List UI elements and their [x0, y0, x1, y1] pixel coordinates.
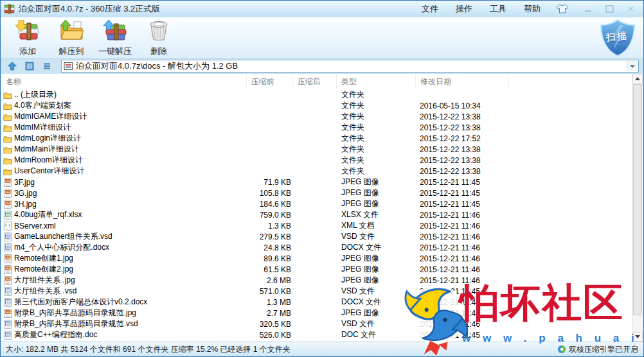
- file-name: 4.0bug清单_rqf.xlsx: [14, 209, 82, 220]
- file-type: JPEG 图像: [337, 264, 416, 275]
- scan-button[interactable]: 扫描: [597, 18, 638, 58]
- delete-button[interactable]: 删除: [137, 19, 181, 57]
- file-row[interactable]: 附录B_内部共享品源码目录规范.vsd320.5 KBVSD 文件2015-12…: [1, 318, 632, 329]
- file-name: 大厅组件关系 .vsd: [14, 286, 76, 297]
- file-name-cell: .. (上级目录): [1, 89, 247, 100]
- file-row[interactable]: .. (上级目录)文件夹: [1, 89, 632, 100]
- list-header: 名称 压缩前 压缩后 类型 修改日期: [1, 74, 632, 90]
- image-file-icon: [3, 178, 12, 187]
- file-name: GameLauncher组件关系.vsd: [14, 231, 112, 242]
- file-row[interactable]: Remote创建2.jpg61.5 KBJPEG 图像2015-12-21 11…: [1, 264, 632, 275]
- file-row[interactable]: 大厅组件关系 .vsd571.0 KBVSD 文件2015-12-21 11:4…: [1, 286, 632, 297]
- file-row[interactable]: Remote创建1.jpg89.6 KBJPEG 图像2015-12-21 11…: [1, 253, 632, 264]
- menu-actions[interactable]: 操作: [456, 3, 472, 15]
- up-directory-icon[interactable]: [5, 60, 19, 73]
- status-bar: 大小: 182.2 MB 共 5124 个文件和 691 个文件夹 压缩率 15…: [1, 342, 643, 356]
- skin-shirt-icon[interactable]: [555, 3, 570, 15]
- maximize-icon[interactable]: [602, 4, 617, 15]
- one-click-extract-button[interactable]: 一键解压: [93, 19, 137, 57]
- dropdown-icon[interactable]: [627, 61, 638, 71]
- file-name-cell: MdmRoom详细设计: [1, 155, 247, 166]
- file-name-cell: Remote创建1.jpg: [1, 253, 247, 264]
- file-name: 4.0客户端策划案: [14, 100, 71, 111]
- file-name: MdmIM详细设计: [14, 122, 71, 133]
- file-name-cell: 大厅组件关系 .vsd: [1, 286, 247, 297]
- menu-tools[interactable]: 工具: [490, 3, 506, 15]
- column-type[interactable]: 类型: [337, 74, 416, 89]
- column-name[interactable]: 名称: [1, 74, 247, 89]
- file-row[interactable]: m4_个人中心标识分配.docx24.8 KBDOCX 文件2015-12-21…: [1, 242, 632, 253]
- file-name: MdmIGAME详细设计: [14, 111, 87, 122]
- file-date: 2015-12-21 11:46: [416, 222, 632, 231]
- scrollbar-thumb[interactable]: [633, 84, 642, 315]
- file-row[interactable]: 3G.jpg105.8 KBJPEG 图像2015-12-21 11:45: [1, 187, 632, 198]
- add-button-label: 添加: [19, 46, 36, 57]
- file-row[interactable]: 3F.jpg71.9 KBJPEG 图像2015-12-21 11:45: [1, 177, 632, 187]
- file-row[interactable]: 3H.jpg184.6 KBJPEG 图像2015-12-21 11:45: [1, 198, 632, 209]
- file-date: 2015-12-21 11:46: [416, 320, 632, 329]
- folder-icon: [3, 167, 12, 176]
- file-type: JPEG 图像: [337, 198, 416, 209]
- file-name-cell: 附录B_内部共享品源码目录规范.jpg: [1, 308, 247, 318]
- file-name: Remote创建2.jpg: [14, 264, 73, 275]
- file-row[interactable]: MdmLogin详细设计文件夹2015-12-22 17:52: [1, 133, 632, 144]
- file-row[interactable]: 大厅组件关系 .jpg2.6 MBJPEG 图像2015-12-21 11:46: [1, 275, 632, 286]
- file-row[interactable]: 4.0客户端策划案文件夹2016-05-15 10:34: [1, 100, 632, 111]
- app-window: 泊众面对面4.0.7z - 360压缩 3.2正式版 文件 操作 工具 帮助 ✕: [0, 0, 644, 357]
- size-before: 24.8 KB: [247, 243, 293, 252]
- path-combobox[interactable]: 泊众面对面4.0.7z\docs - 解包大小为 1.2 GB: [61, 60, 639, 73]
- file-row[interactable]: MdmMain详细设计文件夹2015-12-22 13:38: [1, 144, 632, 155]
- file-row[interactable]: MdmIM详细设计文件夹2015-12-22 13:38: [1, 122, 632, 133]
- file-date: 2015-12-21 11:46: [416, 254, 632, 263]
- column-size-after[interactable]: 压缩后: [293, 74, 337, 89]
- size-before: 526.0 KB: [247, 331, 293, 340]
- minimize-icon[interactable]: [580, 4, 596, 15]
- file-row[interactable]: 第三代面对面客户端总体设计v0.2.docx1.3 MBDOCX 文件2015-…: [1, 297, 632, 308]
- file-name-cell: BServer.xml: [1, 222, 247, 231]
- add-button[interactable]: 添加: [6, 19, 49, 57]
- menu-help[interactable]: 帮助: [524, 3, 541, 15]
- image-file-icon: [3, 276, 12, 285]
- list-view-icon[interactable]: [40, 60, 54, 73]
- menu-file[interactable]: 文件: [422, 3, 438, 15]
- size-before: 2.7 MB: [247, 309, 293, 318]
- file-name-cell: Remote创建2.jpg: [1, 264, 247, 275]
- vertical-scrollbar[interactable]: [632, 74, 643, 342]
- column-size-before[interactable]: 压缩前: [247, 74, 293, 89]
- file-type: 文件夹: [337, 122, 416, 133]
- file-type: XLSX 文件: [337, 209, 416, 220]
- file-name: 第三代面对面客户端总体设计v0.2.docx: [14, 297, 147, 308]
- column-modified-date[interactable]: 修改日期: [416, 74, 509, 89]
- scroll-up-icon[interactable]: [632, 74, 643, 83]
- file-row[interactable]: BServer.xml1.3 KBXML 文档2015-12-21 11:46: [1, 220, 632, 231]
- one-click-extract-button-label: 一键解压: [98, 46, 132, 57]
- current-path: 泊众面对面4.0.7z\docs - 解包大小为 1.2 GB: [76, 60, 238, 72]
- file-name: 高质量C++编程指南.doc: [14, 329, 97, 340]
- file-name: 附录B_内部共享品源码目录规范.vsd: [14, 318, 138, 329]
- file-row[interactable]: 高质量C++编程指南.doc526.0 KBDOC 文件2015-12-21 1…: [1, 329, 632, 340]
- file-row[interactable]: MdmRoom详细设计文件夹2015-12-22 13:38: [1, 155, 632, 166]
- close-icon[interactable]: ✕: [623, 4, 638, 15]
- file-row[interactable]: UserCenter详细设计文件夹2015-12-22 13:38: [1, 166, 632, 177]
- file-type: 文件夹: [337, 100, 416, 111]
- file-name: 3F.jpg: [14, 178, 35, 187]
- address-bar: 泊众面对面4.0.7z\docs - 解包大小为 1.2 GB: [1, 58, 643, 74]
- view-mode-icon[interactable]: [22, 60, 37, 73]
- size-before: 1.3 KB: [247, 222, 293, 231]
- file-type: JPEG 图像: [337, 308, 416, 318]
- scroll-down-icon[interactable]: [632, 332, 643, 342]
- file-date: 2015-12-21 11:45: [416, 287, 632, 296]
- file-date: 2015-12-22 17:52: [416, 134, 632, 143]
- file-row[interactable]: GameLauncher组件关系.vsd279.5 KBVSD 文件2015-1…: [1, 231, 632, 242]
- extract-to-button[interactable]: 解压到: [49, 19, 93, 57]
- file-row[interactable]: 附录B_内部共享品源码目录规范.jpg2.7 MBJPEG 图像2015-12-…: [1, 308, 632, 318]
- file-date: 2016-05-15 10:34: [416, 101, 632, 110]
- file-name-cell: UserCenter详细设计: [1, 166, 247, 177]
- xml-file-icon: [3, 222, 12, 231]
- size-before: 320.5 KB: [247, 320, 293, 329]
- file-row[interactable]: MdmIGAME详细设计文件夹2015-12-22 13:38: [1, 111, 632, 122]
- size-before: 184.6 KB: [247, 200, 293, 209]
- document-file-icon: [3, 243, 12, 252]
- file-row[interactable]: 4.0bug清单_rqf.xlsx759.0 KBXLSX 文件2015-12-…: [1, 209, 632, 220]
- size-before: 279.5 KB: [247, 232, 293, 241]
